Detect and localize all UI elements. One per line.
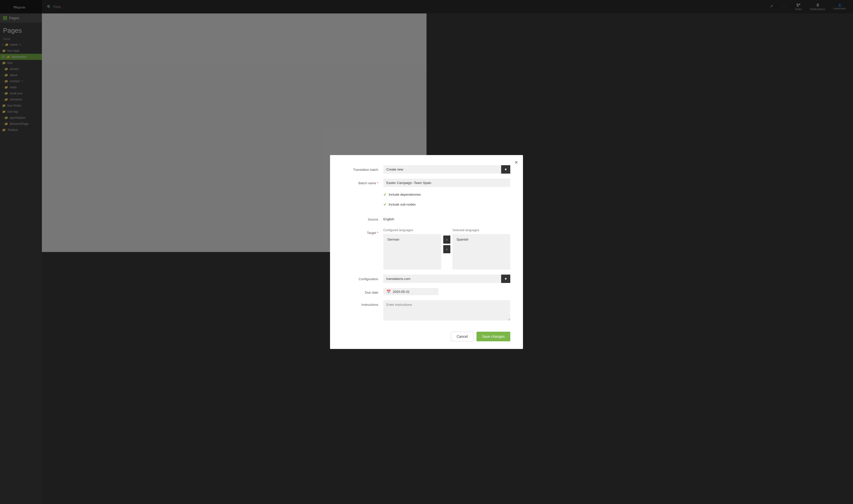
- include-sub-nodes-control: ✔ Include sub-nodes: [383, 202, 427, 210]
- translation-batch-select[interactable]: Create new: [383, 165, 427, 174]
- include-dependencies-checkbox-row: ✔ Include dependencies: [383, 192, 427, 197]
- lang-item-german[interactable]: German: [385, 236, 427, 243]
- translation-batch-label: Translation batch: [343, 165, 383, 172]
- source-label: Source: [343, 215, 383, 221]
- target-control: Configured languages German › ‹ Selected…: [383, 229, 427, 252]
- target-container: Configured languages German › ‹ Selected…: [383, 229, 427, 252]
- source-row: Source English: [343, 215, 427, 223]
- batch-name-control: [383, 179, 427, 187]
- batch-name-label: Batch name *: [343, 179, 383, 185]
- batch-name-row: Batch name *: [343, 179, 427, 187]
- include-sub-nodes-row: ✔ Include sub-nodes: [343, 202, 427, 210]
- include-sub-nodes-checkbox-row: ✔ Include sub-nodes: [383, 202, 427, 207]
- target-label: Target *: [343, 229, 383, 235]
- batch-name-input[interactable]: [383, 179, 427, 187]
- translation-batch-row: Translation batch Create new ▾: [343, 165, 427, 174]
- translation-batch-control: Create new ▾: [383, 165, 427, 174]
- configured-languages-column: Configured languages German: [383, 229, 427, 252]
- source-value: English: [383, 215, 427, 223]
- source-control: English: [383, 215, 427, 223]
- check-icon: ✔: [383, 192, 387, 197]
- translation-modal: × Translation batch Create new ▾ Batch n…: [330, 155, 427, 252]
- include-dependencies-row: ✔ Include dependencies: [343, 192, 427, 200]
- include-dependencies-label[interactable]: Include dependencies: [389, 193, 421, 196]
- configured-languages-list: German: [383, 234, 427, 252]
- required-indicator: *: [377, 181, 378, 185]
- configured-languages-header: Configured languages: [383, 229, 427, 232]
- include-sub-nodes-label[interactable]: Include sub-nodes: [389, 202, 415, 206]
- check-icon: ✔: [383, 202, 387, 207]
- empty-label: [343, 192, 383, 195]
- required-indicator: *: [377, 231, 378, 235]
- empty-label2: [343, 202, 383, 204]
- include-dependencies-control: ✔ Include dependencies: [383, 192, 427, 200]
- translation-batch-select-wrapper: Create new ▾: [383, 165, 427, 174]
- target-row: Target * Configured languages German › ‹…: [343, 229, 427, 252]
